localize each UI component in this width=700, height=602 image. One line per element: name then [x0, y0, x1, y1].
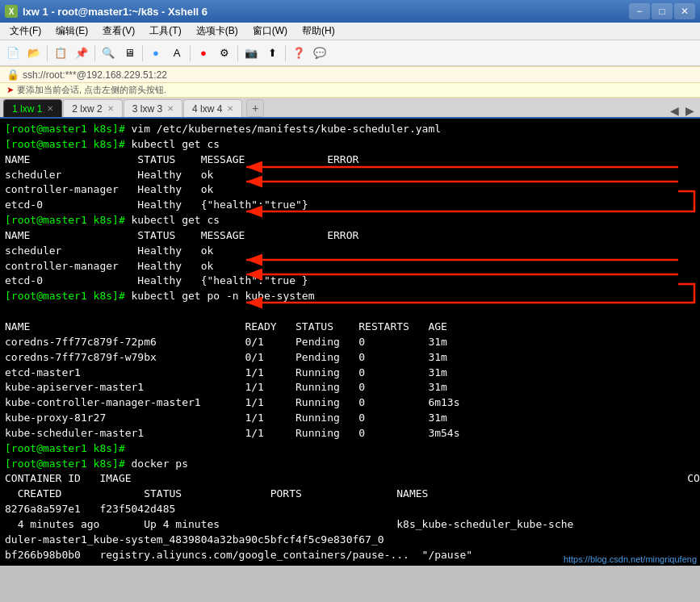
toolbar-btn-3[interactable]: 🔍	[99, 44, 118, 63]
tab-4-label: 4 lxw 4	[192, 103, 222, 115]
session-bar: 🔒 ssh://root:***@192.168.229.51:22	[0, 66, 700, 83]
menu-tabs[interactable]: 选项卡(B)	[190, 23, 245, 40]
menu-bar: 文件(F) 编辑(E) 查看(V) 工具(T) 选项卡(B) 窗口(W) 帮助(…	[0, 23, 700, 40]
window-title: lxw 1 - root@master1:~/k8s - Xshell 6	[23, 6, 207, 18]
terminal-content: [root@master1 k8s]# vim /etc/kubernetes/…	[5, 122, 695, 562]
toolbar-sep-3	[142, 45, 143, 61]
tab-prev-button[interactable]: ◀	[668, 104, 681, 117]
terminal-wrapper: [root@master1 k8s]# vim /etc/kubernetes/…	[0, 119, 700, 566]
lock-icon: 🔒	[6, 69, 19, 81]
close-button[interactable]: ✕	[674, 3, 695, 19]
tab-3[interactable]: 3 lxw 3 ✕	[124, 99, 182, 117]
tab-3-label: 3 lxw 3	[132, 103, 162, 115]
new-tab-button[interactable]: +	[246, 99, 264, 117]
toolbar-sep-1	[47, 45, 48, 61]
tip-bar: ➤ 要添加当前会话, 点击左侧的箭头按钮.	[0, 83, 700, 98]
tip-text: 要添加当前会话, 点击左侧的箭头按钮.	[17, 84, 166, 96]
menu-help[interactable]: 帮助(H)	[296, 23, 342, 40]
feedback-button[interactable]: 💬	[310, 44, 329, 63]
toolbar: 📄 📂 📋 📌 🔍 🖥 ● A ● ⚙ 📷 ⬆ ❓ 💬	[0, 40, 700, 66]
upload-button[interactable]: ⬆	[262, 44, 282, 63]
record-button[interactable]: ●	[194, 44, 213, 63]
toolbar-sep-2	[94, 45, 95, 61]
tab-2[interactable]: 2 lxw 2 ✕	[63, 99, 122, 117]
menu-window[interactable]: 窗口(W)	[246, 23, 294, 40]
toolbar-sep-6	[285, 45, 286, 61]
menu-edit[interactable]: 编辑(E)	[49, 23, 94, 40]
new-session-button[interactable]: 📄	[3, 44, 23, 63]
tab-nav: ◀ ▶	[668, 104, 697, 117]
minimize-button[interactable]: −	[629, 3, 650, 19]
paste-button[interactable]: 📌	[72, 44, 91, 63]
terminal[interactable]: [root@master1 k8s]# vim /etc/kubernetes/…	[0, 119, 700, 566]
title-bar: X lxw 1 - root@master1:~/k8s - Xshell 6 …	[0, 0, 700, 23]
app-icon: X	[5, 5, 18, 18]
tab-3-close[interactable]: ✕	[167, 104, 174, 113]
tab-4-close[interactable]: ✕	[227, 104, 233, 113]
menu-view[interactable]: 查看(V)	[96, 23, 141, 40]
tab-2-label: 2 lxw 2	[72, 103, 102, 115]
tab-bar: 1 lxw 1 ✕ 2 lxw 2 ✕ 3 lxw 3 ✕ 4 lxw 4 ✕ …	[0, 98, 700, 119]
open-button[interactable]: 📂	[24, 44, 44, 63]
tab-1-close[interactable]: ✕	[47, 104, 53, 113]
toolbar-sep-4	[190, 45, 191, 61]
help-button[interactable]: ❓	[289, 44, 308, 63]
maximize-button[interactable]: □	[652, 3, 673, 19]
tab-2-close[interactable]: ✕	[107, 104, 114, 113]
menu-tools[interactable]: 工具(T)	[143, 23, 187, 40]
tab-4[interactable]: 4 lxw 4 ✕	[183, 99, 242, 117]
window-controls: − □ ✕	[629, 3, 695, 19]
copy-button[interactable]: 📋	[51, 44, 70, 63]
toolbar-sep-5	[237, 45, 238, 61]
session-address: ssh://root:***@192.168.229.51:22	[23, 69, 167, 81]
color-button[interactable]: ●	[146, 44, 166, 63]
tab-next-button[interactable]: ▶	[683, 104, 697, 117]
tab-1[interactable]: 1 lxw 1 ✕	[3, 99, 62, 117]
menu-file[interactable]: 文件(F)	[3, 23, 48, 40]
toolbar-btn-6[interactable]: ⚙	[215, 44, 234, 63]
tab-1-label: 1 lxw 1	[12, 103, 42, 115]
font-button[interactable]: A	[167, 44, 187, 63]
tip-arrow-icon: ➤	[6, 85, 14, 95]
toolbar-btn-4[interactable]: 🖥	[119, 44, 139, 63]
screenshot-button[interactable]: 📷	[241, 44, 261, 63]
